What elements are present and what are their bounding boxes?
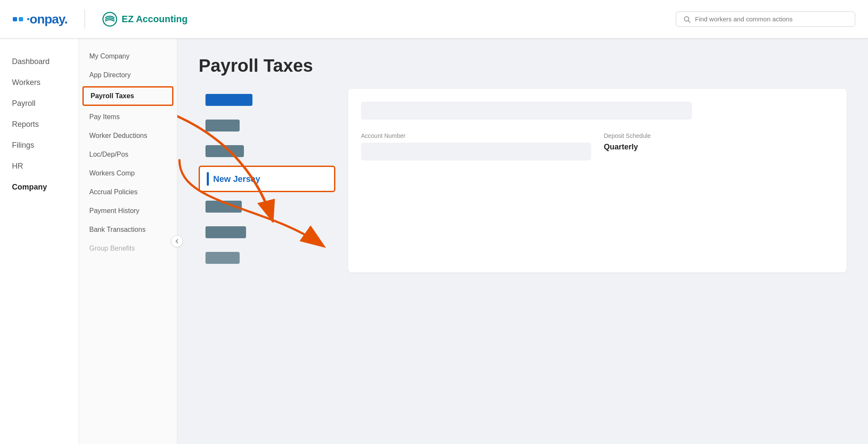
sub-item-worker-deductions[interactable]: Worker Deductions xyxy=(79,126,177,145)
tax-list-item-state6[interactable] xyxy=(199,247,335,269)
sidebar-item-hr[interactable]: HR xyxy=(0,156,79,177)
deposit-schedule-value: Quarterly xyxy=(604,143,834,152)
collapse-sidebar-button[interactable] xyxy=(171,235,183,247)
primary-sidebar: Dashboard Workers Payroll Reports Filing… xyxy=(0,38,79,444)
sub-item-payment-history[interactable]: Payment History xyxy=(79,202,177,220)
account-number-label: Account Number xyxy=(361,132,591,139)
tax-detail-panel: Account Number Deposit Schedule Quarterl… xyxy=(348,89,847,272)
ez-accounting-icon xyxy=(102,12,117,27)
sub-item-my-company[interactable]: My Company xyxy=(79,47,177,66)
secondary-sidebar: My Company App Directory Payroll Taxes P… xyxy=(79,38,177,444)
sidebar-item-company[interactable]: Company xyxy=(0,177,79,198)
sub-item-workers-comp[interactable]: Workers Comp xyxy=(79,164,177,183)
tax-bar-state2 xyxy=(205,145,244,157)
sidebar-item-reports[interactable]: Reports xyxy=(0,114,79,135)
account-number-col: Account Number xyxy=(361,132,591,169)
sidebar-item-filings[interactable]: Filings xyxy=(0,135,79,156)
sub-item-payroll-taxes[interactable]: Payroll Taxes xyxy=(82,86,173,106)
sub-item-app-directory[interactable]: App Directory xyxy=(79,66,177,85)
tax-list-panel: New Jersey xyxy=(199,89,335,272)
search-icon xyxy=(683,15,691,23)
tax-bar-state5 xyxy=(205,226,246,238)
sidebar-item-payroll[interactable]: Payroll xyxy=(0,93,79,114)
app-body: Dashboard Workers Payroll Reports Filing… xyxy=(0,38,868,444)
sidebar-item-dashboard[interactable]: Dashboard xyxy=(0,51,79,72)
detail-row-account: Account Number Deposit Schedule Quarterl… xyxy=(361,132,834,169)
tax-list-item-state2[interactable] xyxy=(199,140,335,162)
main-content: Payroll Taxes New Jers xyxy=(177,38,868,444)
onpay-brand-text: ·onpay. xyxy=(26,12,67,26)
tax-bar-state4 xyxy=(205,201,242,213)
tax-list-item-new-jersey[interactable]: New Jersey xyxy=(199,166,335,192)
sub-item-bank-transactions[interactable]: Bank Transactions xyxy=(79,220,177,239)
ez-accounting-text: EZ Accounting xyxy=(122,14,188,25)
onpay-logo: ·onpay. xyxy=(13,12,67,26)
onpay-dots-icon xyxy=(13,17,23,21)
tax-bar-federal xyxy=(205,94,252,106)
header-divider xyxy=(85,9,85,29)
sub-item-group-benefits[interactable]: Group Benefits xyxy=(79,239,177,258)
ez-accounting-logo: EZ Accounting xyxy=(102,12,188,27)
content-layout: New Jersey xyxy=(199,89,847,272)
sub-item-accrual-policies[interactable]: Accrual Policies xyxy=(79,183,177,202)
deposit-schedule-col: Deposit Schedule Quarterly xyxy=(604,132,834,169)
sub-item-loc-dep-pos[interactable]: Loc/Dep/Pos xyxy=(79,145,177,164)
global-search[interactable] xyxy=(676,12,855,27)
svg-line-2 xyxy=(688,20,690,22)
tax-list-item-state5[interactable] xyxy=(199,221,335,243)
sub-item-pay-items[interactable]: Pay Items xyxy=(79,108,177,126)
tax-bar-state6 xyxy=(205,252,240,264)
page-title: Payroll Taxes xyxy=(199,56,847,76)
search-input[interactable] xyxy=(695,15,848,23)
sidebar-item-workers[interactable]: Workers xyxy=(0,72,79,93)
tax-bar-state1 xyxy=(205,120,240,131)
tax-list-item-federal[interactable] xyxy=(199,89,335,111)
selected-indicator xyxy=(207,172,209,186)
account-number-field[interactable] xyxy=(361,143,591,161)
tax-list-item-state4[interactable] xyxy=(199,196,335,218)
detail-field-top xyxy=(361,102,692,120)
new-jersey-label: New Jersey xyxy=(213,174,260,184)
logo-area: ·onpay. EZ Accounting xyxy=(13,9,188,29)
tax-list-item-state1[interactable] xyxy=(199,114,335,137)
deposit-schedule-label: Deposit Schedule xyxy=(604,132,834,139)
app-header: ·onpay. EZ Accounting xyxy=(0,0,868,38)
